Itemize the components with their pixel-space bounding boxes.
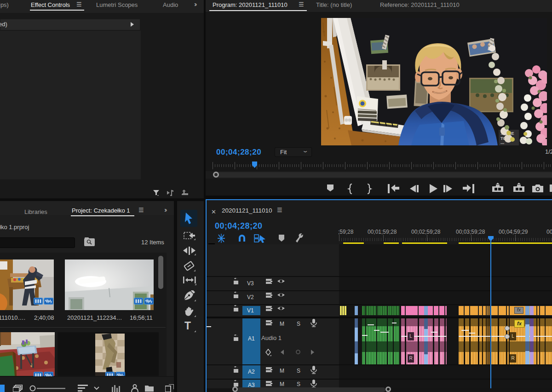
svg-text:S: S — [297, 321, 300, 327]
svg-text:S: S — [297, 368, 300, 374]
svg-text:M: M — [280, 321, 284, 327]
svg-text:T: T — [184, 320, 191, 332]
svg-text:•••: ••• — [500, 141, 505, 145]
svg-text:M: M — [280, 368, 284, 374]
svg-text:S: S — [297, 381, 300, 387]
svg-text:M: M — [280, 381, 284, 387]
